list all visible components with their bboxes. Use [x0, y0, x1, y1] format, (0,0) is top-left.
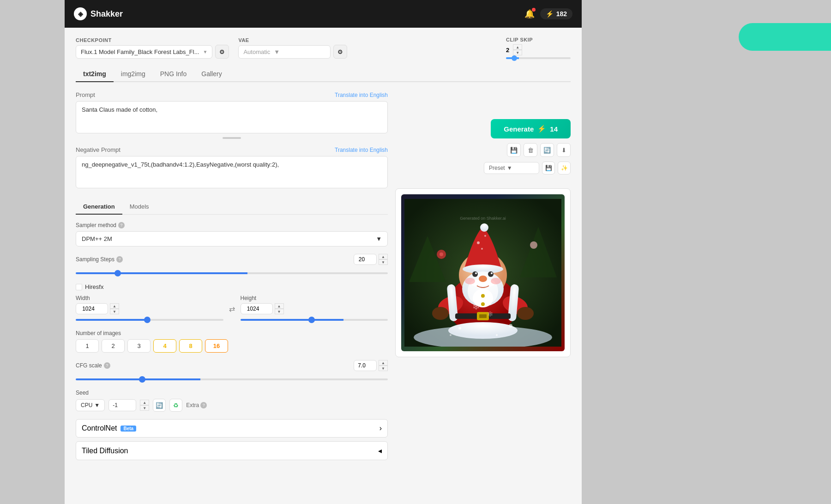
height-input-row: ▲ ▼ — [241, 303, 388, 314]
width-down-btn[interactable]: ▼ — [110, 309, 119, 314]
clip-skip-slider[interactable] — [506, 57, 571, 59]
height-slider[interactable] — [241, 319, 388, 321]
width-slider[interactable] — [76, 319, 223, 321]
gen-tab-generation[interactable]: Generation — [76, 199, 122, 215]
height-up-btn[interactable]: ▲ — [275, 303, 284, 309]
seed-down-btn[interactable]: ▼ — [140, 405, 149, 411]
generate-button[interactable]: Generate ⚡ 14 — [491, 119, 571, 138]
count-btn-3[interactable]: 3 — [127, 339, 151, 353]
steps-down-btn[interactable]: ▼ — [379, 259, 388, 265]
preset-magic-btn[interactable]: ✨ — [558, 162, 571, 174]
height-down-btn[interactable]: ▼ — [275, 309, 284, 314]
vae-group: VAE Automatic ▼ ⚙ — [238, 37, 347, 59]
svg-point-10 — [432, 307, 449, 320]
tab-png-info[interactable]: PNG Info — [153, 66, 194, 82]
seed-spinner[interactable]: ▲ ▼ — [140, 400, 149, 411]
tab-img2img[interactable]: img2img — [114, 66, 153, 82]
preset-save-btn[interactable]: 💾 — [542, 162, 555, 174]
seed-extra-label: Extra — [186, 402, 199, 408]
clip-skip-label: Clip skip — [506, 37, 571, 42]
clip-skip-down[interactable]: ▼ — [513, 50, 522, 55]
seed-recycle-btn[interactable]: ♻ — [169, 399, 182, 412]
vae-select[interactable]: Automatic ▼ — [238, 45, 331, 59]
svg-text:Generated on Shakker.ai: Generated on Shakker.ai — [460, 216, 506, 221]
translate-neg-prompt-btn[interactable]: Translate into English — [335, 147, 388, 153]
vae-label: VAE — [238, 37, 347, 43]
sampler-row: Sampler method ? DPM++ 2M ▼ — [76, 222, 388, 246]
vae-value: Automatic — [243, 48, 270, 55]
save-action-btn[interactable]: 💾 — [507, 143, 521, 157]
svg-point-44 — [450, 334, 452, 336]
steps-slider[interactable] — [76, 272, 388, 274]
steps-up-btn[interactable]: ▲ — [379, 254, 388, 259]
count-btn-8[interactable]: 8 — [179, 339, 202, 353]
height-input[interactable] — [241, 303, 273, 314]
notification-dot — [532, 8, 536, 12]
seed-device-select[interactable]: CPU ▼ — [76, 399, 105, 411]
seed-refresh-btn[interactable]: 🔄 — [153, 399, 166, 412]
clip-skip-up[interactable]: ▲ — [513, 44, 522, 50]
svg-point-32 — [475, 272, 477, 274]
steps-value-input[interactable] — [354, 254, 377, 265]
tab-gallery[interactable]: Gallery — [194, 66, 229, 82]
cfg-up-btn[interactable]: ▲ — [379, 360, 388, 366]
clip-skip-group: Clip skip 2 ▲ ▼ — [506, 37, 571, 59]
hiresfix-checkbox[interactable] — [76, 284, 82, 290]
cfg-slider[interactable] — [76, 378, 388, 380]
sampler-chevron: ▼ — [376, 235, 382, 242]
seed-up-btn[interactable]: ▲ — [140, 400, 149, 405]
preset-select[interactable]: Preset ▼ — [484, 162, 539, 174]
beta-badge: Beta — [120, 426, 136, 432]
seed-value-input[interactable] — [108, 399, 136, 411]
vae-settings-btn[interactable]: ⚙ — [333, 45, 347, 59]
clip-skip-spinner[interactable]: ▲ ▼ — [513, 44, 522, 55]
sampler-select[interactable]: DPM++ 2M ▼ — [76, 231, 388, 246]
controlnet-label-group: ControlNet Beta — [82, 424, 136, 432]
bg-left — [0, 0, 65, 504]
refresh-action-btn[interactable]: 🔄 — [540, 143, 554, 157]
notification-bell[interactable]: 🔔 — [524, 9, 535, 19]
neg-prompt-textarea[interactable]: ng_deepnegative_v1_75t,(badhandv4:1.2),E… — [76, 156, 388, 188]
tiled-diffusion-row[interactable]: Tiled Diffusion ◂ — [76, 441, 388, 460]
seed-extra-btn[interactable]: Extra ? — [186, 402, 207, 408]
generated-image[interactable]: ❄ ❄ Generated on Shakker.ai — [401, 194, 565, 351]
images-count-row: 1 2 3 4 8 16 — [76, 339, 388, 353]
svg-rect-17 — [479, 314, 487, 318]
cfg-value-input[interactable] — [354, 360, 377, 371]
generate-label: Generate — [504, 125, 534, 133]
cfg-down-btn[interactable]: ▼ — [379, 366, 388, 371]
controlnet-row[interactable]: ControlNet Beta › — [76, 419, 388, 438]
tab-txt2img[interactable]: txt2img — [76, 66, 114, 82]
clip-skip-value: 2 — [506, 47, 509, 54]
svg-point-40 — [481, 302, 485, 306]
delete-action-btn[interactable]: 🗑 — [524, 143, 537, 157]
width-up-btn[interactable]: ▲ — [110, 303, 119, 309]
count-btn-4[interactable]: 4 — [153, 339, 176, 353]
checkpoint-settings-btn[interactable]: ⚙ — [215, 45, 229, 59]
num-images-label: Number of images — [76, 330, 388, 336]
svg-text:❄: ❄ — [487, 310, 493, 318]
prompt-section: Prompt Translate into English Santa Clau… — [76, 91, 388, 139]
svg-point-39 — [481, 294, 485, 298]
width-input[interactable] — [76, 303, 108, 314]
swap-dims-icon[interactable]: ⇄ — [229, 305, 235, 313]
count-btn-16[interactable]: 16 — [205, 339, 228, 353]
count-btn-1[interactable]: 1 — [76, 339, 99, 353]
width-spinner[interactable]: ▲ ▼ — [110, 303, 119, 314]
download-action-btn[interactable]: ⬇ — [557, 143, 571, 157]
steps-spinner[interactable]: ▲ ▼ — [379, 254, 388, 265]
extra-info-icon: ? — [200, 402, 207, 408]
cfg-spinner[interactable]: ▲ ▼ — [379, 360, 388, 371]
count-btn-2[interactable]: 2 — [102, 339, 125, 353]
gen-tabs-row: Generation Models — [76, 199, 388, 215]
height-spinner[interactable]: ▲ ▼ — [275, 303, 284, 314]
credits-display[interactable]: ⚡ 182 — [540, 8, 572, 19]
svg-point-23 — [481, 248, 483, 250]
translate-prompt-btn[interactable]: Translate into English — [335, 92, 388, 98]
prompt-textarea[interactable]: Santa Claus made of cotton, — [76, 101, 388, 133]
gen-tab-models[interactable]: Models — [122, 199, 157, 215]
svg-point-35 — [465, 278, 475, 284]
checkpoint-select[interactable]: Flux.1 Model Family_Black Forest Labs_Fl… — [76, 45, 212, 59]
controlnet-chevron: › — [379, 424, 382, 432]
mode-tabs: txt2img img2img PNG Info Gallery — [76, 66, 571, 82]
